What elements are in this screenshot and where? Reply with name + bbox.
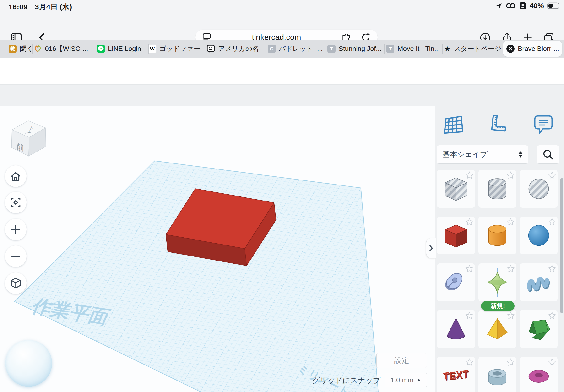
tab-padlet[interactable]: G パドレット -... [265, 40, 325, 58]
shape-card-tube[interactable] [479, 357, 516, 392]
favorite-star-icon[interactable] [507, 265, 515, 273]
snap-grid-value: 1.0 mm [390, 376, 414, 384]
battery-percent: 40% [530, 2, 544, 10]
favorite-star-icon[interactable] [548, 218, 556, 226]
shape-card-hole-sphere[interactable] [520, 170, 558, 208]
favorite-star-icon[interactable] [507, 218, 515, 226]
tab-separator [207, 44, 207, 54]
favorite-star-icon[interactable] [548, 171, 556, 179]
clock: 16:09 3月4日 (水) [9, 2, 72, 12]
tab-wisc[interactable]: 016【WISC-... [32, 40, 90, 58]
close-circle-icon[interactable] [506, 44, 515, 53]
favorite-star-icon[interactable] [507, 311, 515, 320]
tab-start-page[interactable]: ★ スタートページ [442, 40, 503, 58]
panel-collapse-handle[interactable] [426, 238, 436, 258]
workplane-scene[interactable]: 作業平面 ミリメートル [0, 106, 435, 392]
tab-stunning[interactable]: T Stunning Jof... [325, 40, 384, 58]
new-shape-badge: 新規! [481, 301, 515, 311]
letter-badge-icon: T [386, 45, 394, 53]
orbit-sphere[interactable] [5, 340, 52, 387]
tab-move-it[interactable]: T Move It - Tin... [384, 40, 442, 58]
shape-card-scribble[interactable] [437, 263, 475, 301]
tab-label: LINE Login [108, 45, 141, 53]
snap-grid-label: グリッドにスナップ [306, 376, 381, 386]
workplane[interactable] [0, 142, 435, 392]
select-caret-icon [518, 151, 523, 157]
tab-label: ゴッドファー··· [159, 44, 207, 53]
tab-separator [384, 44, 385, 54]
shape-card-cone[interactable] [437, 310, 475, 348]
perspective-toggle-button[interactable] [5, 272, 27, 294]
battery-icon [547, 2, 561, 9]
ruler-helper-button[interactable] [487, 113, 510, 137]
shapes-panel: 基本シェイプ 新規! [435, 106, 564, 392]
panel-scrollbar[interactable] [560, 178, 563, 313]
safari-toolbar: tinkercad.com [0, 12, 564, 40]
workplane-helper-button[interactable] [442, 113, 465, 137]
tab-brave-blorr-active[interactable]: Brave Blorr-... [503, 41, 562, 57]
tab-separator [90, 44, 90, 54]
location-arrow-icon [496, 2, 502, 9]
settings-button[interactable]: 設定 [376, 353, 427, 368]
shape-card-polyhedron[interactable] [520, 310, 558, 348]
tab-label: アメリカの名··· [218, 44, 265, 53]
tab-line-login[interactable]: LINE LINE Login [90, 40, 148, 58]
tinkercad-header: TIN KER CAD Brave Blorr-Allis [0, 58, 564, 84]
favorite-star-icon[interactable] [465, 311, 473, 320]
tab-separator [265, 44, 266, 54]
shape-card-box[interactable] [437, 217, 475, 254]
fit-view-button[interactable] [5, 192, 27, 213]
shape-search-button[interactable] [537, 145, 559, 164]
personal-hotspot-icon [506, 2, 516, 9]
favorite-star-icon[interactable] [507, 171, 515, 179]
favorite-star-icon[interactable] [507, 358, 515, 366]
favorite-star-icon[interactable] [548, 311, 556, 320]
tab-label: Stunning Jof... [339, 45, 381, 53]
tab-kiku[interactable]: 教 聞く [0, 40, 32, 58]
chat-bubble-icon [207, 45, 215, 53]
shape-card-cylinder[interactable] [479, 217, 516, 254]
snap-grid-select[interactable]: 1.0 mm [385, 373, 427, 387]
favorite-star-icon[interactable] [548, 358, 556, 366]
tab-label: 聞く [20, 44, 32, 53]
shape-card-text[interactable]: TEXTTEXT [437, 357, 475, 392]
ipad-screen: 16:09 3月4日 (水) 40% tinkercad.com 教 聞く [0, 0, 564, 392]
zoom-out-button[interactable] [5, 245, 27, 267]
tab-label: パドレット -... [279, 44, 323, 53]
heart-logo-icon [34, 45, 42, 53]
status-date: 3月4日 (水) [35, 3, 72, 11]
status-bar: 16:09 3月4日 (水) 40% [0, 0, 564, 12]
zoom-in-button[interactable] [5, 219, 27, 240]
svg-text:LINE: LINE [99, 47, 103, 49]
favorite-star-icon[interactable] [465, 218, 473, 226]
shape-card-torus[interactable] [520, 357, 558, 392]
shape-card-pyramid[interactable] [479, 310, 516, 348]
favorite-star-icon[interactable] [548, 265, 556, 273]
letter-badge-icon: T [327, 45, 336, 53]
shape-card-spinning-top[interactable] [479, 263, 516, 301]
notes-helper-button[interactable] [532, 113, 555, 137]
line-app-icon: LINE [97, 45, 105, 53]
favorite-star-icon[interactable] [465, 265, 473, 273]
viewport-3d[interactable]: 作業平面 ミリメートル 上 前 設定 グリッドにスナップ 1.0 m [0, 106, 435, 392]
shape-card-squiggle[interactable] [520, 263, 558, 301]
view-cube[interactable]: 上 前 [10, 118, 48, 158]
shape-category-select[interactable]: 基本シェイプ [437, 145, 528, 164]
wikipedia-icon: W [148, 45, 156, 53]
favorite-star-icon[interactable] [465, 171, 473, 179]
tab-godfather[interactable]: W ゴッドファー··· [148, 40, 207, 58]
tab-america[interactable]: アメリカの名··· [207, 40, 265, 58]
kyouiku-badge-icon: 教 [9, 45, 17, 53]
edit-toolbar: インポート エクスポート 送信先 [0, 84, 564, 106]
tab-label: 016【WISC-... [45, 44, 88, 53]
tab-separator [325, 44, 325, 54]
favorite-star-icon[interactable] [465, 358, 473, 366]
letter-badge-icon: G [268, 45, 276, 53]
status-time: 16:09 [9, 3, 28, 11]
shape-card-hole-cylinder[interactable] [479, 170, 516, 208]
tab-label: Brave Blorr-... [518, 45, 559, 53]
shape-card-hole-box[interactable] [437, 170, 475, 208]
shape-card-sphere[interactable] [520, 217, 558, 254]
tab-separator [32, 44, 33, 54]
home-view-button[interactable] [5, 165, 27, 187]
